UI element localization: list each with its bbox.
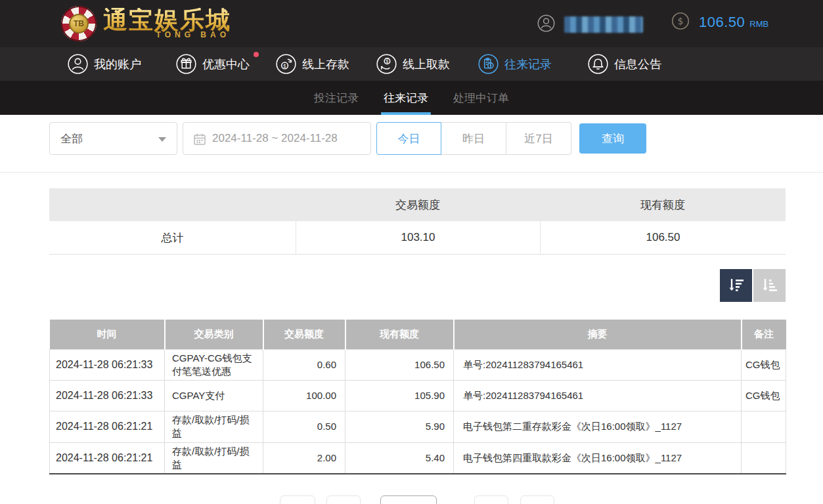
summary-transaction-amount: 103.10 — [296, 221, 540, 254]
notification-dot — [254, 52, 259, 57]
type-select[interactable]: 全部 — [49, 122, 177, 155]
user-icon — [68, 54, 88, 74]
col-header-type: 交易类别 — [165, 320, 263, 349]
withdraw-icon: $ — [376, 54, 397, 74]
filter-bar: 全部 2024-11-28 ~ 2024-11-28 今日 昨日 近7日 查询 — [49, 122, 646, 155]
table-row: 2024-11-28 06:21:33 CGPAY-CG钱包支付笔笔送优惠 0.… — [50, 349, 786, 381]
redacted-username — [564, 16, 643, 33]
tab-betting-records[interactable]: 投注记录 — [314, 81, 359, 115]
range-yesterday-button[interactable]: 昨日 — [441, 122, 506, 155]
col-header-remark: 备注 — [742, 320, 786, 349]
table-row: 2024-11-28 06:21:21 存款/取款/打码/损益 0.50 5.9… — [50, 411, 786, 443]
coin-icon: $ — [671, 12, 690, 33]
summary-current-amount: 106.50 — [540, 221, 786, 254]
table-row: 2024-11-28 06:21:21 存款/取款/打码/损益 2.00 5.4… — [50, 442, 786, 474]
deposit-icon: $ — [276, 54, 296, 74]
sort-toolbar — [720, 269, 786, 302]
summary-header-current-amount: 现有额度 — [540, 188, 786, 221]
cell-transaction-amount: 0.50 — [263, 411, 345, 443]
tab-transaction-records[interactable]: 往来记录 — [384, 81, 428, 115]
nav-item-promotions[interactable]: 优惠中心 — [176, 47, 250, 81]
nav-item-announcements[interactable]: 信息公告 — [588, 47, 661, 81]
cell-type: 存款/取款/打码/损益 — [165, 411, 263, 443]
sort-ascending-icon — [761, 276, 779, 295]
poker-chip-icon: TB — [61, 6, 97, 41]
nav-item-withdraw[interactable]: $ 线上取款 — [376, 47, 450, 81]
balance-area: $ 106.50 RMB — [671, 12, 768, 33]
cell-summary: 电子钱包第二重存款彩金《次日16:00领取》_1127 — [454, 411, 742, 443]
svg-text:$: $ — [678, 16, 684, 26]
cell-current-amount: 105.90 — [345, 381, 454, 411]
cell-time: 2024-11-28 06:21:21 — [50, 442, 165, 474]
cell-remark: CG钱包 — [742, 381, 786, 411]
summary-total-row: 总计 103.10 106.50 — [49, 221, 786, 255]
pagination-button-4[interactable] — [520, 495, 554, 504]
date-range-input[interactable]: 2024-11-28 ~ 2024-11-28 — [183, 122, 371, 155]
col-header-time: 时间 — [50, 320, 165, 349]
col-header-summary: 摘要 — [454, 320, 742, 349]
pagination-button-2[interactable] — [326, 495, 361, 504]
balance-amount: 106.50 — [699, 14, 745, 31]
search-button[interactable]: 查询 — [579, 123, 646, 154]
main-nav: 我的账户 优惠中心 $ — [0, 47, 823, 81]
cell-summary: 电子钱包第四重取款彩金《次日16:00领取》_1127 — [454, 442, 742, 474]
tab-pending-orders[interactable]: 处理中订单 — [453, 81, 509, 115]
cell-current-amount: 5.40 — [345, 442, 454, 474]
cell-type: CGPAY支付 — [165, 381, 263, 411]
records-icon — [478, 54, 499, 74]
svg-text:$: $ — [386, 58, 389, 64]
nav-item-deposit[interactable]: $ 线上存款 — [276, 47, 349, 81]
cell-current-amount: 106.50 — [345, 349, 454, 381]
chevron-down-icon — [158, 137, 166, 142]
col-header-transaction-amount: 交易额度 — [263, 320, 345, 349]
brand-name-en: TONG BAO — [156, 30, 230, 39]
gift-icon — [176, 54, 196, 74]
table-header-row: 时间 交易类别 交易额度 现有额度 摘要 备注 — [50, 320, 786, 349]
active-tab-underline — [381, 112, 431, 115]
page: TB 通宝娱乐城 TONG BAO $ 1 — [0, 0, 823, 504]
cell-type: 存款/取款/打码/损益 — [165, 442, 263, 474]
cell-time: 2024-11-28 06:21:21 — [50, 411, 165, 443]
cell-time: 2024-11-28 06:21:33 — [50, 349, 165, 381]
cell-time: 2024-11-28 06:21:33 — [50, 381, 165, 411]
summary-header-row: 交易额度 现有额度 — [49, 188, 786, 221]
summary-table: 交易额度 现有额度 总计 103.10 106.50 — [49, 188, 786, 255]
cell-current-amount: 5.90 — [345, 411, 454, 443]
chip-monogram: TB — [69, 14, 89, 33]
pagination-button-3[interactable] — [474, 495, 508, 504]
sort-ascending-button[interactable] — [753, 269, 786, 302]
sort-descending-icon — [727, 276, 745, 295]
table-row: 2024-11-28 06:21:33 CGPAY支付 100.00 105.9… — [50, 381, 786, 411]
pagination-button-1[interactable] — [280, 495, 315, 504]
range-today-button[interactable]: 今日 — [376, 122, 441, 155]
brand-logo[interactable]: TB 通宝娱乐城 TONG BAO — [61, 5, 231, 42]
summary-total-label: 总计 — [49, 221, 296, 254]
pagination-button-current[interactable] — [380, 495, 437, 504]
summary-header-blank — [49, 188, 296, 221]
summary-header-transaction-amount: 交易额度 — [296, 188, 540, 221]
bell-icon — [588, 54, 608, 74]
balance-currency: RMB — [749, 19, 768, 29]
brand-name-zh: 通宝娱乐城 — [103, 8, 231, 33]
quick-range-group: 今日 昨日 近7日 — [376, 122, 571, 155]
cell-remark — [742, 411, 786, 443]
cell-summary: 单号:202411283794165461 — [454, 381, 742, 411]
section-divider — [0, 172, 823, 173]
svg-text:$: $ — [283, 63, 286, 69]
range-last7days-button[interactable]: 近7日 — [506, 122, 571, 155]
brand-text: 通宝娱乐城 TONG BAO — [103, 8, 231, 39]
user-area — [537, 14, 643, 35]
nav-item-my-account[interactable]: 我的账户 — [68, 47, 141, 81]
user-icon — [537, 14, 555, 35]
col-header-current-amount: 现有额度 — [345, 320, 454, 349]
transactions-table: 时间 交易类别 交易额度 现有额度 摘要 备注 2024-11-28 06:21… — [49, 320, 786, 474]
cell-transaction-amount: 0.60 — [263, 349, 345, 381]
cell-transaction-amount: 2.00 — [263, 442, 345, 474]
cell-remark: CG钱包 — [742, 349, 786, 381]
sort-descending-button[interactable] — [720, 269, 752, 302]
cell-transaction-amount: 100.00 — [263, 381, 345, 411]
nav-item-transaction-records[interactable]: 往来记录 — [478, 47, 552, 81]
cell-summary: 单号:202411283794165461 — [454, 349, 742, 381]
calendar-icon — [193, 133, 206, 149]
cell-remark — [742, 442, 786, 474]
